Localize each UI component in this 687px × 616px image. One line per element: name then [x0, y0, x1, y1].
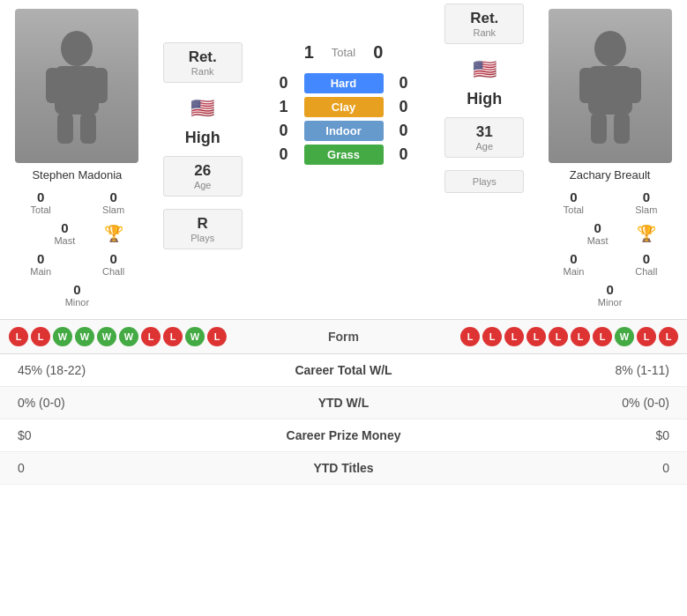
player1-total-stat: 0 Total — [4, 187, 77, 218]
player1-silhouette-svg — [41, 29, 112, 144]
form-badge: L — [207, 327, 227, 346]
indoor-score-line: 0 Indoor 0 — [251, 121, 437, 141]
clay-badge: Clay — [304, 97, 384, 117]
player2-main-lbl: Main — [537, 266, 609, 277]
player2-total-stat: 0 Total — [537, 187, 609, 218]
player1-name: Stephen Madonia — [32, 168, 122, 182]
player2-minor-lbl: Minor — [573, 297, 646, 308]
trophy2-icon: 🏆 — [637, 224, 656, 243]
p1-hard-score: 0 — [276, 74, 292, 93]
stats-p2-val: $0 — [441, 428, 670, 442]
player1-age-box: 26 Age — [163, 156, 243, 197]
player1-high: High — [185, 129, 220, 147]
player2-main-stat: 0 Main — [537, 249, 609, 279]
player1-minor-stat: 0 Minor — [41, 279, 113, 310]
player2-flag: 🇺🇸 — [473, 58, 497, 81]
indoor-badge: Indoor — [304, 121, 384, 141]
svg-rect-2 — [46, 68, 60, 103]
form-badge: W — [97, 327, 116, 346]
form-badge: W — [53, 327, 72, 346]
form-badge: L — [31, 327, 50, 346]
form-label: Form — [328, 330, 359, 344]
player2-plays-box: Plays — [444, 170, 524, 193]
player2-slam-stat: 0 Slam — [610, 187, 683, 218]
player1-rank-val: Ret. — [173, 48, 233, 66]
stats-p1-val: 0% (0-0) — [18, 396, 247, 410]
form-badge: L — [571, 327, 590, 346]
player1-mast-lbl: Mast — [28, 235, 101, 246]
top-layout: Stephen Madonia 0 Total 0 Slam 0 Mast 🏆 — [0, 0, 687, 319]
grass-score-line: 0 Grass 0 — [251, 145, 437, 165]
player2-total-lbl: Total — [537, 204, 609, 215]
player2-rank-lbl: Rank — [454, 27, 514, 38]
player1-chall-stat: 0 Chall — [77, 249, 149, 279]
form-badge: L — [659, 327, 678, 346]
stats-p1-val: 45% (18-22) — [18, 363, 247, 377]
svg-point-6 — [594, 31, 626, 66]
form-badge: W — [185, 327, 205, 346]
svg-rect-4 — [57, 113, 73, 144]
player1-minor-lbl: Minor — [41, 297, 113, 308]
player2-photo — [549, 9, 672, 163]
player2-silhouette-svg — [575, 29, 646, 144]
form-badge: L — [9, 327, 28, 346]
stats-row: 0% (0-0) YTD W/L 0% (0-0) — [0, 387, 687, 419]
svg-rect-1 — [55, 66, 99, 115]
player1-trophy: 🏆 — [101, 218, 126, 249]
stats-row: $0 Career Prize Money $0 — [0, 419, 687, 452]
player1-total-lbl: Total — [4, 204, 77, 215]
p2-total-score: 0 — [373, 42, 383, 63]
stats-p2-val: 0% (0-0) — [441, 396, 670, 410]
player2-name: Zachary Breault — [570, 168, 651, 182]
trophy-icon: 🏆 — [104, 224, 123, 243]
player2-info-panel: Ret. Rank 🇺🇸 High 31 Age Plays — [436, 0, 533, 319]
player1-mast-stat: 0 Mast — [28, 218, 101, 249]
total-score-line: 1 Total 0 — [304, 42, 384, 63]
form-badge: L — [141, 327, 161, 346]
stats-p2-val: 8% (1-11) — [441, 363, 670, 377]
player2-chall-lbl: Chall — [610, 266, 683, 277]
form-section: LLWWWWLLWL Form LLLLLLLWLL — [0, 319, 687, 353]
form-badge: L — [549, 327, 568, 346]
svg-point-0 — [61, 31, 93, 66]
svg-rect-8 — [579, 68, 594, 103]
player1-photo — [15, 9, 138, 163]
form-badge: L — [593, 327, 612, 346]
player1-chall-lbl: Chall — [77, 266, 149, 277]
svg-rect-11 — [614, 113, 630, 144]
player1-main-val: 0 — [4, 251, 77, 266]
form-badge: L — [163, 327, 183, 346]
stats-label: Career Prize Money — [247, 428, 441, 442]
player2-age-box: 31 Age — [444, 117, 524, 158]
p2-indoor-score: 0 — [396, 122, 412, 140]
player2-rank-val: Ret. — [454, 10, 514, 27]
player2-stats-grid: 0 Total 0 Slam 0 Mast 🏆 0 Main — [537, 187, 683, 310]
form-badge: L — [504, 327, 524, 346]
player2-high: High — [467, 90, 502, 108]
stats-label: YTD Titles — [247, 461, 441, 475]
stats-row: 0 YTD Titles 0 — [0, 452, 687, 485]
svg-rect-3 — [93, 68, 108, 103]
player2-slam-lbl: Slam — [610, 204, 683, 215]
player1-main-lbl: Main — [4, 266, 77, 277]
player1-age-lbl: Age — [173, 180, 233, 190]
p2-grass-score: 0 — [396, 145, 412, 164]
player2-age-lbl: Age — [454, 141, 514, 152]
player1-mast-val: 0 — [28, 220, 101, 235]
player1-rank-box: Ret. Rank — [163, 42, 243, 83]
player1-main-stat: 0 Main — [4, 249, 77, 279]
player2-chall-stat: 0 Chall — [610, 249, 683, 279]
form-badge: L — [526, 327, 546, 346]
form-badge: L — [482, 327, 502, 346]
player1-rank-lbl: Rank — [173, 66, 233, 77]
stats-rows: 45% (18-22) Career Total W/L 8% (1-11) 0… — [0, 353, 687, 485]
hard-score-line: 0 Hard 0 — [251, 73, 437, 93]
svg-rect-7 — [588, 66, 632, 115]
player2-column: Zachary Breault 0 Total 0 Slam 0 Mast 🏆 — [533, 0, 687, 319]
grass-badge: Grass — [304, 145, 384, 165]
player2-mast-lbl: Mast — [561, 235, 633, 246]
player1-chall-val: 0 — [77, 251, 149, 266]
svg-rect-10 — [591, 113, 607, 144]
player1-form-badges: LLWWWWLLWL — [9, 327, 227, 346]
player2-plays-lbl: Plays — [454, 176, 514, 187]
